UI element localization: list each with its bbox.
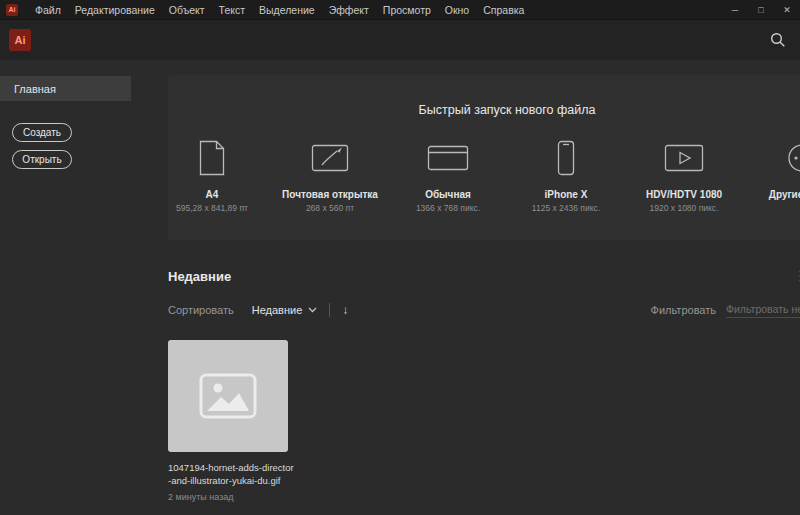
video-play-icon <box>664 135 704 181</box>
close-icon[interactable]: ✕ <box>774 0 800 19</box>
sort-value: Недавние <box>252 304 303 316</box>
more-ellipsis-icon <box>787 135 800 181</box>
menu-effect[interactable]: Эффект <box>322 0 376 20</box>
file-thumbnail[interactable] <box>168 340 288 452</box>
preset-common[interactable]: Обычная 1366 x 768 пикс. <box>404 135 492 213</box>
open-button[interactable]: Открыть <box>12 150 72 169</box>
recent-header: Недавние <box>168 265 800 287</box>
file-name: 1047194-hornet-adds-director-and-illustr… <box>168 461 294 488</box>
recent-file-card[interactable]: 1047194-hornet-adds-director-and-illustr… <box>168 340 294 502</box>
preset-label: iPhone X <box>545 189 588 200</box>
menu-window[interactable]: Окно <box>438 0 476 20</box>
preset-more-styles[interactable]: Другие стили <box>758 135 800 203</box>
file-timestamp: 2 минуты назад <box>168 492 294 502</box>
chevron-down-icon <box>308 307 317 313</box>
menu-help[interactable]: Справка <box>476 0 531 20</box>
preset-postcard[interactable]: Почтовая открытка 268 x 560 пт <box>286 135 374 213</box>
create-button[interactable]: Создать <box>12 123 72 142</box>
preset-iphone-x[interactable]: iPhone X 1125 x 2436 пикс. <box>522 135 610 213</box>
maximize-icon[interactable]: □ <box>748 0 774 19</box>
preset-dims: 1125 x 2436 пикс. <box>532 203 600 213</box>
filter-label: Фильтровать <box>651 304 716 316</box>
minimize-icon[interactable]: ─ <box>722 0 748 19</box>
preset-dims: 268 x 560 пт <box>306 203 354 213</box>
menu-object[interactable]: Объект <box>162 0 212 20</box>
menu-view[interactable]: Просмотр <box>376 0 438 20</box>
preset-label: Другие стили <box>769 189 800 200</box>
menu-edit[interactable]: Редактирование <box>68 0 162 20</box>
quickstart-title: Быстрый запуск нового файла <box>168 103 800 117</box>
divider <box>329 303 330 317</box>
sort-direction-icon[interactable]: ↓ <box>342 303 348 317</box>
preset-label: Почтовая открытка <box>282 189 378 200</box>
recent-title: Недавние <box>168 269 231 284</box>
web-landscape-icon <box>427 135 469 181</box>
menu-select[interactable]: Выделение <box>252 0 322 20</box>
preset-label: Обычная <box>425 189 471 200</box>
window-controls: ─ □ ✕ <box>722 0 800 19</box>
sort-dropdown[interactable]: Недавние <box>252 304 318 316</box>
view-toggles <box>796 265 800 287</box>
filter-input[interactable] <box>726 301 800 318</box>
sort-filter-row: Сортировать Недавние ↓ Фильтровать <box>168 301 800 318</box>
preset-a4[interactable]: A4 595,28 x 841,89 пт <box>168 135 256 213</box>
titlebar: Ai Файл Редактирование Объект Текст Выде… <box>0 0 800 20</box>
preset-label: HDV/HDTV 1080 <box>646 189 722 200</box>
menu-type[interactable]: Текст <box>212 0 252 20</box>
sidebar: Главная Создать Открыть <box>0 60 152 515</box>
preset-hdtv[interactable]: HDV/HDTV 1080 1920 x 1080 пикс. <box>640 135 728 213</box>
preset-row: A4 595,28 x 841,89 пт Почтовая открытка … <box>168 135 800 213</box>
preset-dims: 595,28 x 841,89 пт <box>176 203 248 213</box>
content-area: Главная Создать Открыть Быстрый запуск н… <box>0 60 800 515</box>
preset-dims: 1920 x 1080 пикс. <box>650 203 719 213</box>
search-icon[interactable] <box>770 32 786 48</box>
sort-label: Сортировать <box>168 304 234 316</box>
illustrator-logo: Ai <box>9 29 31 51</box>
filter-area: Фильтровать <box>651 301 800 318</box>
main-panel: Быстрый запуск нового файла A4 595,28 x … <box>152 60 800 515</box>
preset-label: A4 <box>206 189 219 200</box>
quickstart-panel: Быстрый запуск нового файла A4 595,28 x … <box>168 75 800 240</box>
appbar: Ai <box>0 20 800 60</box>
image-placeholder-icon <box>198 372 258 420</box>
list-view-icon[interactable] <box>796 265 800 287</box>
app-icon: Ai <box>6 4 18 16</box>
document-portrait-icon <box>198 135 226 181</box>
menu-file[interactable]: Файл <box>28 0 68 20</box>
phone-icon <box>557 135 575 181</box>
preset-dims: 1366 x 768 пикс. <box>416 203 480 213</box>
postcard-brush-icon <box>311 135 349 181</box>
sidebar-item-home[interactable]: Главная <box>0 76 131 101</box>
